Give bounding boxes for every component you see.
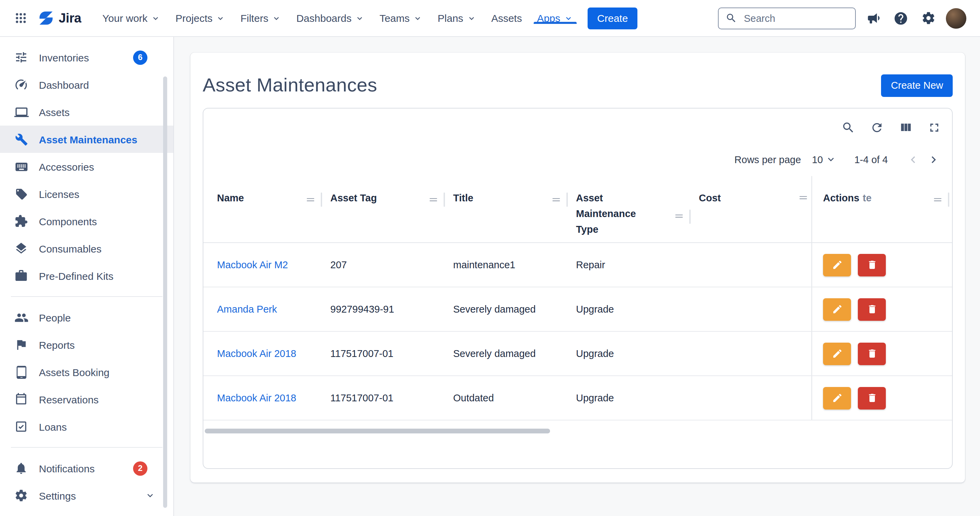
column-separator[interactable] [444, 193, 445, 207]
global-search[interactable] [718, 7, 856, 29]
sidebar-item-asset-maintenances[interactable]: Asset Maintenances [0, 126, 173, 153]
nav-left-cluster: Jira Your work Projects Filters Dashboar… [10, 0, 637, 36]
nav-item-assets[interactable]: Assets [484, 12, 530, 24]
maintenance-type-cell: Upgrade [571, 392, 694, 403]
nav-item-filters[interactable]: Filters [233, 12, 289, 24]
table-columns-button[interactable] [895, 117, 916, 139]
help-button[interactable] [891, 8, 910, 28]
sidebar-item-pre-defined-kits[interactable]: Pre-Defined Kits [0, 262, 173, 290]
sidebar-item-settings[interactable]: Settings [0, 482, 173, 509]
edit-button[interactable] [823, 253, 851, 276]
sidebar-item-reservations[interactable]: Reservations [0, 385, 173, 413]
nav-item-your-work[interactable]: Your work [95, 12, 168, 24]
asset-name-link[interactable]: Macbook Air 2018 [212, 392, 325, 403]
sidebar-item-inventories[interactable]: Inventories 6 [0, 44, 173, 71]
chevron-down-icon [216, 13, 226, 23]
column-header-title[interactable]: Title [448, 176, 571, 242]
nav-item-teams[interactable]: Teams [372, 12, 430, 24]
nav-item-plans[interactable]: Plans [430, 12, 484, 24]
sidebar-item-loans[interactable]: Loans [0, 413, 173, 440]
next-page-button[interactable] [923, 149, 944, 170]
previous-page-button[interactable] [903, 149, 923, 170]
drag-handle-icon[interactable] [932, 194, 943, 205]
bell-icon [14, 461, 29, 476]
sidebar-item-licenses[interactable]: Licenses [0, 180, 173, 207]
delete-button[interactable] [858, 253, 886, 276]
column-separator[interactable] [321, 193, 322, 207]
chevron-down-icon [272, 13, 281, 23]
chevron-down-icon [145, 490, 156, 501]
create-button[interactable]: Create [588, 7, 637, 29]
trash-icon [866, 348, 877, 359]
sidebar-item-dashboard[interactable]: Dashboard [0, 71, 173, 98]
search-icon [842, 121, 855, 134]
nav-item-dashboards[interactable]: Dashboards [289, 12, 372, 24]
checkbox-icon [14, 419, 29, 434]
title-cell: Severely damaged [448, 304, 571, 315]
edit-button[interactable] [823, 298, 851, 320]
puzzle-icon [14, 213, 29, 229]
column-header-actions[interactable]: Actions te [811, 176, 952, 242]
delete-button[interactable] [858, 387, 886, 409]
nav-item-projects[interactable]: Projects [168, 12, 233, 24]
sidebar-divider [11, 296, 162, 297]
sidebar-item-notifications[interactable]: Notifications 2 [0, 455, 173, 482]
sidebar-item-people[interactable]: People [0, 304, 173, 331]
sidebar-scrollbar[interactable] [163, 76, 167, 508]
column-separator[interactable] [689, 209, 690, 223]
sidebar: Inventories 6 Dashboard Assets Asset Mai… [0, 37, 174, 516]
pagination-bar: Rows per page 10 1-4 of 4 [204, 143, 952, 176]
asset-name-link[interactable]: Macbook Air M2 [212, 260, 325, 270]
user-avatar[interactable] [946, 8, 966, 28]
drag-handle-icon[interactable] [674, 211, 684, 222]
column-header-asset-tag[interactable]: Asset Tag [325, 176, 448, 242]
delete-button[interactable] [858, 298, 886, 320]
chevron-down-icon [825, 154, 837, 165]
search-icon [725, 12, 737, 24]
gear-icon [921, 11, 935, 25]
asset-name-link[interactable]: Macbook Air 2018 [212, 348, 325, 359]
sidebar-item-accessories[interactable]: Accessories [0, 153, 173, 180]
asset-tag-cell: 207 [325, 260, 448, 270]
edit-button[interactable] [823, 342, 851, 365]
column-header-cost[interactable]: Cost [694, 176, 811, 242]
top-navigation: Jira Your work Projects Filters Dashboar… [0, 0, 980, 37]
sidebar-item-components[interactable]: Components [0, 207, 173, 235]
search-input[interactable] [743, 12, 848, 24]
app-grid-icon [14, 11, 27, 25]
column-header-name[interactable]: Name [212, 176, 325, 242]
asset-name-link[interactable]: Amanda Perk [212, 304, 325, 315]
sidebar-item-reports[interactable]: Reports [0, 331, 173, 358]
create-new-button[interactable]: Create New [881, 74, 953, 97]
people-icon [14, 310, 29, 325]
sidebar-item-assets[interactable]: Assets [0, 98, 173, 126]
actions-cell [811, 287, 952, 331]
delete-button[interactable] [858, 342, 886, 365]
horizontal-scrollbar[interactable] [205, 428, 550, 433]
column-separator[interactable] [566, 193, 568, 207]
feedback-button[interactable] [864, 8, 883, 28]
rows-per-page-select[interactable]: 10 [812, 154, 836, 165]
drag-handle-icon[interactable] [798, 193, 809, 204]
tablet-icon [14, 365, 29, 379]
column-separator[interactable] [948, 193, 949, 207]
edit-button[interactable] [823, 387, 851, 409]
bullhorn-icon [866, 11, 881, 25]
sidebar-divider [11, 447, 162, 448]
app-switcher-button[interactable] [10, 7, 32, 29]
table-fullscreen-button[interactable] [923, 117, 945, 139]
settings-button[interactable] [919, 8, 938, 28]
drag-handle-icon[interactable] [551, 194, 562, 205]
sidebar-item-assets-booking[interactable]: Assets Booking [0, 358, 173, 385]
table-refresh-button[interactable] [866, 117, 888, 139]
sidebar-item-consumables[interactable]: Consumables [0, 235, 173, 262]
table-search-button[interactable] [837, 117, 859, 139]
drag-handle-icon[interactable] [428, 194, 439, 205]
column-header-asset-maintenance-type[interactable]: Asset Maintenance Type [571, 176, 694, 242]
title-cell: Severely damaged [448, 348, 571, 359]
jira-logo[interactable]: Jira [38, 10, 81, 26]
nav-item-apps[interactable]: Apps [530, 12, 581, 24]
pencil-icon [832, 392, 843, 403]
chevron-down-icon [564, 13, 573, 23]
drag-handle-icon[interactable] [305, 194, 316, 205]
